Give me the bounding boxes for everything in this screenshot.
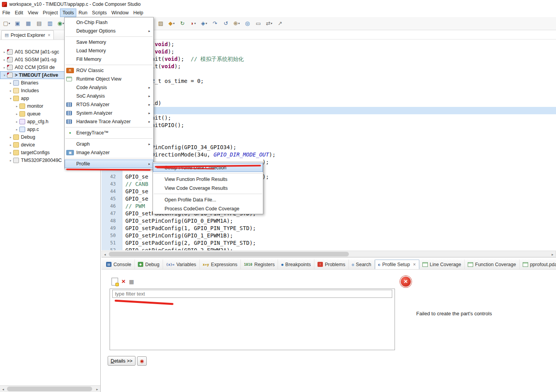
line-number: 45 [101, 195, 119, 203]
menu-item-rov-classic[interactable]: RROV Classic [65, 66, 153, 75]
close-icon[interactable]: × [413, 262, 416, 267]
tab-profile-setup[interactable]: ◐Profile Setup× [375, 260, 419, 269]
menu-scripts[interactable]: Scripts [90, 9, 109, 17]
menu-view[interactable]: View [26, 9, 41, 17]
expander-icon[interactable]: ▸ [9, 81, 13, 85]
expander-icon[interactable]: ▸ [15, 128, 19, 131]
new-configuration-button[interactable] [112, 278, 118, 285]
dropdown-arrow-icon[interactable]: ▾ [173, 22, 175, 25]
new-console-icon[interactable]: ▥ [45, 19, 55, 28]
new-window-icon[interactable]: ▭ [253, 19, 263, 28]
expander-icon[interactable]: ▸ [9, 143, 13, 147]
search-icon[interactable]: ◎ [242, 19, 252, 28]
scroll-right-icon[interactable]: ▸ [94, 386, 100, 392]
menu-item-image-analyzer[interactable]: ▣Image Analyzer [65, 148, 153, 157]
dropdown-arrow-icon[interactable]: ▾ [271, 22, 272, 25]
expander-icon[interactable]: ▸ [9, 159, 13, 162]
menu-item-rtos-analyzer[interactable]: RTOS Analyzer▸ [65, 100, 153, 109]
fill-color-icon[interactable]: ◆▾ [166, 19, 177, 28]
delete-configuration-button[interactable]: × [122, 279, 125, 284]
scrollbar-thumb[interactable] [109, 252, 349, 256]
scroll-right-icon[interactable]: ▸ [549, 251, 556, 257]
menu-item-energytrace[interactable]: ●EnergyTrace™ [65, 129, 153, 137]
paint-icon[interactable]: ◗▾ [188, 19, 198, 28]
expander-icon[interactable]: ▸ [2, 66, 7, 69]
menu-item-save-memory[interactable]: Save Memory [65, 38, 153, 46]
tab-console[interactable]: ▤Console [103, 260, 135, 269]
dropdown-arrow-icon[interactable]: ▾ [63, 22, 64, 25]
tab-problems[interactable]: !Problems [314, 260, 349, 269]
code-editor[interactable]: (void); (void); Init(void); // 模拟子系统初始化 … [101, 40, 556, 250]
menu-item-system-analyzer[interactable]: System Analyzer▸ [65, 109, 153, 117]
expander-icon[interactable]: ▸ [15, 112, 19, 116]
tab-variables[interactable]: (x)=Variables [163, 260, 200, 269]
tab-registers[interactable]: 1010Registers [241, 260, 278, 269]
copy-configuration-button[interactable]: ▦ [129, 279, 134, 285]
dropdown-arrow-icon[interactable]: ▾ [206, 22, 207, 25]
save-all-icon[interactable]: ▦ [23, 19, 33, 28]
expander-icon[interactable]: ▸ [2, 58, 7, 62]
menu-edit[interactable]: Edit [12, 9, 26, 17]
menu-window[interactable]: Window [109, 9, 131, 17]
menu-file[interactable]: File [0, 9, 12, 17]
scroll-left-icon[interactable]: ◂ [0, 386, 6, 392]
dropdown-arrow-icon[interactable]: ▾ [194, 22, 196, 25]
last-edit-icon[interactable]: ↗ [275, 19, 285, 28]
menu-item-view-function-profile-results[interactable]: View Function Profile Results [153, 175, 263, 184]
menu-project[interactable]: Project [41, 9, 60, 17]
editor-h-scrollbar[interactable]: ◂ ▸ [101, 251, 556, 257]
tab-breakpoints[interactable]: ●Breakpoints [278, 260, 314, 269]
build-hammer-icon[interactable]: ⊕▾ [232, 19, 242, 28]
menu-item-code-analysis[interactable]: Code Analysis▸ [65, 83, 153, 92]
step-over-icon[interactable]: ↷ [210, 19, 220, 28]
expander-icon[interactable]: ▸ [9, 89, 13, 93]
tab-project-explorer[interactable]: ▤ Project Explorer × [1, 30, 54, 40]
details-button[interactable]: Details >> [108, 356, 136, 366]
menu-item-graph[interactable]: Graph▸ [65, 140, 153, 148]
dropdown-arrow-icon[interactable]: ▾ [238, 22, 240, 25]
clean-icon[interactable]: ▨ [156, 19, 166, 28]
restart-icon[interactable]: ↺ [221, 19, 231, 28]
menu-item-fill-memory[interactable]: Fill Memory [65, 55, 153, 64]
menu-item-open-profile-data-file[interactable]: Open Profile Data File... [153, 195, 263, 204]
expander-icon[interactable]: ▸ [15, 105, 19, 108]
filter-input[interactable] [112, 290, 392, 298]
expander-icon[interactable]: ▾ [2, 74, 7, 77]
tab-search[interactable]: ◎Search [349, 260, 375, 269]
explorer-h-scrollbar[interactable]: ◂ ▸ [0, 385, 100, 392]
menu-item-process-codegen-code-coverage[interactable]: Process CodeGen Code Coverage [153, 204, 263, 213]
menu-item-hardware-trace-analyzer[interactable]: Hardware Trace Analyzer▸ [65, 117, 153, 126]
menu-item-debugger-options[interactable]: Debugger Options▸ [65, 27, 153, 35]
scroll-left-icon[interactable]: ◂ [102, 251, 108, 257]
tab-pprofout-pdat[interactable]: pprofout.pdat [520, 260, 556, 269]
menu-run[interactable]: Run [76, 9, 90, 17]
menu-tools[interactable]: Tools [60, 9, 76, 17]
menu-item-runtime-object-view[interactable]: Runtime Object View [65, 75, 153, 83]
configuration-list-box[interactable] [110, 289, 395, 350]
expander-icon[interactable]: ▸ [15, 120, 19, 124]
debug-flash-icon[interactable]: ◈▾ [199, 19, 209, 28]
print-icon[interactable]: ▤ [34, 19, 44, 28]
tab-line-coverage[interactable]: Line Coverage [419, 260, 465, 269]
menu-item-soc-analysis[interactable]: SoC Analysis▸ [65, 92, 153, 100]
menu-item-on-chip-flash[interactable]: On-Chip Flash [65, 18, 153, 27]
tab-debug[interactable]: ◆Debug [135, 260, 163, 269]
close-icon[interactable]: × [48, 33, 50, 38]
expander-icon[interactable]: ▸ [2, 50, 7, 54]
tab-function-coverage[interactable]: Function Coverage [465, 260, 520, 269]
menu-help[interactable]: Help [131, 9, 146, 17]
expander-icon[interactable]: ▾ [9, 97, 13, 100]
save-icon[interactable]: ▣ [12, 19, 22, 28]
expander-icon[interactable]: ▸ [9, 151, 13, 155]
menu-item-view-code-coverage-results[interactable]: View Code Coverage Results [153, 184, 263, 193]
refresh-icon[interactable]: ↻ [177, 19, 187, 28]
expander-icon[interactable]: ▸ [9, 136, 13, 139]
dropdown-arrow-icon[interactable]: ▾ [9, 22, 10, 25]
error-log-button[interactable]: ◉ [137, 356, 147, 366]
scrollbar-thumb[interactable] [7, 387, 92, 391]
new-file-icon[interactable]: ▢▾ [2, 19, 12, 28]
tab-expressions[interactable]: x+yExpressions [200, 260, 241, 269]
link-editor-icon[interactable]: ⇄▾ [264, 19, 274, 28]
menu-item-profile[interactable]: Profile▸ [65, 160, 153, 168]
menu-item-load-memory[interactable]: Load Memory [65, 46, 153, 55]
